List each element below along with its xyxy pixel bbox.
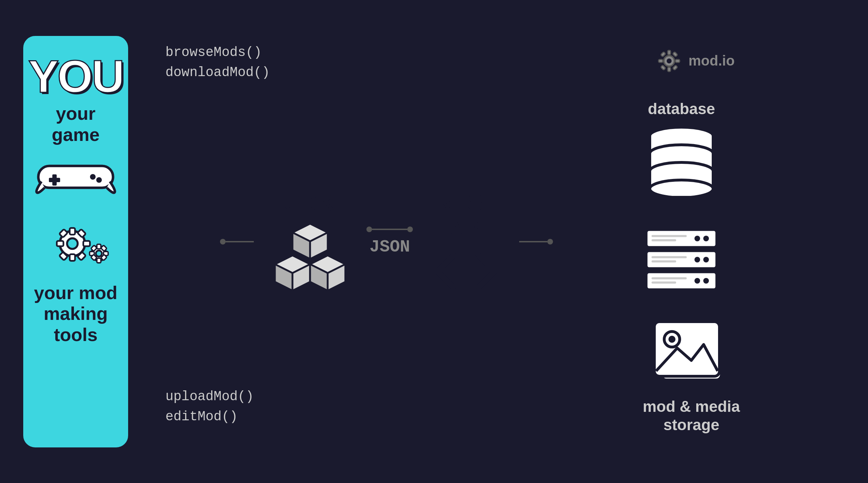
gear-badge-icon [657, 49, 681, 73]
server-block [643, 223, 720, 293]
svg-rect-44 [661, 52, 666, 57]
storage-label: mod & media storage [643, 397, 740, 435]
dot-json-left [366, 227, 372, 232]
svg-point-67 [703, 257, 709, 262]
svg-rect-10 [83, 241, 90, 246]
svg-rect-75 [652, 281, 676, 284]
database-icon [643, 125, 720, 196]
gamepad-icon [35, 159, 116, 194]
svg-point-4 [96, 177, 102, 182]
rest-api-label: RESTAPI [434, 189, 498, 242]
svg-point-72 [703, 278, 709, 284]
svg-point-39 [667, 58, 672, 63]
storage-icon [653, 320, 730, 390]
svg-rect-17 [97, 244, 101, 249]
your-mod-label: your mod making tools [34, 283, 118, 346]
middle-section: browseMods() downloadMod() SDK [130, 14, 643, 469]
download-mod-text: downloadMod() [165, 62, 270, 82]
database-label: database [648, 100, 715, 118]
svg-rect-46 [673, 52, 678, 57]
server-icon [643, 223, 720, 293]
svg-rect-41 [668, 67, 671, 72]
top-api-labels: browseMods() downloadMod() [165, 42, 270, 82]
svg-rect-70 [652, 260, 676, 262]
modio-text: mod.io [688, 53, 735, 69]
svg-rect-42 [659, 60, 663, 62]
svg-rect-45 [673, 65, 678, 70]
svg-rect-43 [675, 60, 680, 62]
svg-rect-2 [49, 178, 60, 182]
svg-point-68 [694, 257, 700, 262]
right-connector [519, 239, 553, 244]
svg-rect-69 [652, 256, 687, 258]
line-right [519, 241, 547, 242]
code-icon [434, 248, 498, 294]
svg-rect-40 [668, 50, 671, 55]
browse-mods-text: browseMods() [165, 42, 270, 62]
svg-point-79 [668, 336, 675, 343]
svg-point-73 [694, 278, 700, 284]
storage-block: mod & media storage [643, 320, 740, 435]
svg-rect-8 [70, 254, 75, 261]
your-game-label: your game [34, 103, 118, 145]
svg-rect-74 [652, 277, 687, 279]
diagram-container: YOU your game [21, 14, 847, 469]
json-connector: JSON [366, 227, 413, 256]
svg-point-3 [90, 174, 96, 180]
sdk-block: SDK [275, 189, 345, 294]
dot-json-right [407, 227, 413, 232]
sdk-label: SDK [285, 189, 336, 217]
you-label: YOU [28, 54, 123, 99]
svg-point-6 [67, 238, 78, 249]
svg-point-63 [694, 236, 700, 241]
svg-rect-77 [654, 322, 719, 376]
dot-right [547, 239, 553, 244]
svg-rect-65 [652, 239, 676, 241]
you-card: YOU your game [21, 34, 130, 450]
edit-mod-text: editMod() [165, 407, 254, 427]
svg-rect-9 [57, 241, 63, 246]
rest-api-block: RESTAPI [434, 189, 498, 295]
json-line [366, 227, 413, 232]
cubes-icon [275, 224, 345, 294]
modio-badge: mod.io [643, 49, 735, 73]
database-block: database [643, 100, 720, 196]
left-connector [220, 239, 254, 244]
svg-rect-7 [70, 228, 75, 235]
svg-rect-64 [652, 235, 687, 237]
svg-point-60 [650, 180, 713, 196]
bottom-api-labels: uploadMod() editMod() [165, 386, 254, 427]
line-left [226, 241, 254, 242]
right-section: mod.io database [643, 14, 847, 469]
svg-rect-47 [661, 65, 666, 70]
svg-rect-18 [97, 258, 101, 262]
gears-icon [37, 212, 114, 268]
svg-point-62 [703, 236, 709, 241]
svg-point-16 [96, 250, 102, 256]
svg-rect-0 [38, 166, 113, 188]
svg-line-37 [460, 254, 472, 289]
center-row: SDK [220, 189, 553, 295]
dot-left [220, 239, 226, 244]
upload-mod-text: uploadMod() [165, 386, 254, 407]
line-json [372, 229, 407, 230]
json-label: JSON [370, 237, 410, 256]
